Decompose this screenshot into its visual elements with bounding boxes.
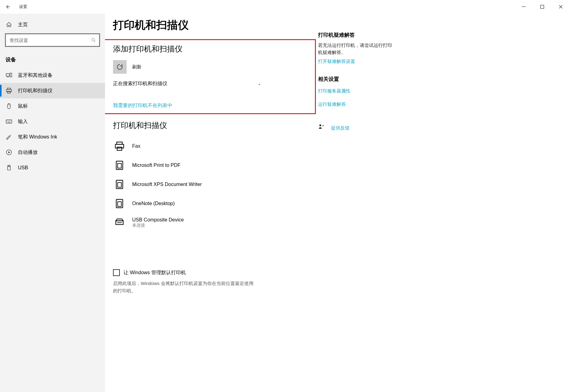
- default-printer-helptext: 启用此项后，Windows 会将默认打印机设置为你在当前位置最近使用的打印机。: [113, 280, 258, 295]
- printer-item[interactable]: Fax: [113, 137, 309, 156]
- close-button[interactable]: [551, 0, 570, 14]
- printer-not-listed-link[interactable]: 我需要的打印机不在列表中: [113, 102, 172, 109]
- sidebar-item-printers[interactable]: 打印机和扫描仪: [0, 83, 105, 98]
- usb-icon: [6, 164, 12, 171]
- printer-item[interactable]: Microsoft XPS Document Writer: [113, 175, 309, 194]
- rail-troubleshoot-link[interactable]: 打开疑难解答设置: [318, 59, 355, 64]
- printer-status: 未连接: [132, 223, 184, 228]
- svg-rect-4: [10, 73, 12, 77]
- loading-spinner-icon: [259, 84, 260, 85]
- rail-feedback-link[interactable]: 提供反馈: [331, 125, 350, 131]
- svg-rect-3: [6, 74, 10, 76]
- printer-item[interactable]: USB Composite Device 未连接: [113, 213, 309, 232]
- rail-related-link[interactable]: 打印服务器属性: [318, 88, 395, 94]
- svg-rect-9: [6, 120, 12, 123]
- search-input[interactable]: [9, 37, 89, 43]
- svg-rect-11: [8, 165, 10, 167]
- refresh-button[interactable]: [113, 60, 127, 74]
- devices-icon: [6, 72, 12, 79]
- svg-rect-6: [6, 89, 12, 92]
- add-section-title: 添加打印机和扫描仪: [113, 44, 309, 54]
- svg-rect-12: [7, 167, 10, 170]
- printer-name: OneNote (Desktop): [132, 201, 175, 206]
- autoplay-icon: [6, 149, 12, 156]
- rail-feedback-row[interactable]: 提供反馈: [318, 123, 395, 131]
- search-icon: [91, 38, 96, 43]
- sidebar-item-label: USB: [18, 165, 28, 171]
- sidebar-item-typing[interactable]: 输入: [0, 114, 105, 129]
- minimize-icon: [522, 5, 526, 9]
- scanner-icon: [113, 216, 126, 229]
- checkbox-icon[interactable]: [113, 269, 120, 276]
- rail-related-heading: 相关设置: [318, 76, 395, 83]
- back-button[interactable]: [1, 0, 15, 14]
- refresh-icon: [116, 63, 124, 71]
- printer-item[interactable]: OneNote (Desktop): [113, 194, 309, 213]
- sidebar-item-label: 自动播放: [18, 149, 38, 156]
- sidebar-home[interactable]: 主页: [0, 18, 105, 31]
- default-printer-label: 让 Windows 管理默认打印机: [124, 270, 186, 276]
- refresh-label: 刷新: [132, 64, 141, 70]
- window-title: 设置: [19, 4, 27, 10]
- printer-item[interactable]: Microsoft Print to PDF: [113, 156, 309, 175]
- svg-rect-0: [522, 6, 526, 7]
- right-rail: 打印机疑难解答 若无法运行打印机，请尝试运行打印机疑难解答。 打开疑难解答设置 …: [318, 14, 401, 392]
- sidebar-item-label: 蓝牙和其他设备: [18, 72, 52, 79]
- sidebar-home-label: 主页: [18, 22, 28, 28]
- sidebar-item-pen[interactable]: 笔和 Windows Ink: [0, 129, 105, 145]
- svg-point-2: [92, 38, 94, 41]
- searching-status: 正在搜索打印机和扫描仪: [113, 80, 167, 87]
- sidebar-category: 设备: [0, 49, 105, 68]
- svg-rect-19: [118, 183, 121, 187]
- printer-icon: [113, 159, 126, 172]
- search-input-wrap[interactable]: [6, 34, 99, 46]
- svg-rect-1: [541, 5, 544, 9]
- pen-icon: [6, 134, 12, 140]
- svg-rect-21: [118, 202, 121, 206]
- svg-rect-17: [118, 163, 121, 168]
- printers-section-title: 打印机和扫描仪: [113, 120, 309, 130]
- sidebar-item-label: 打印机和扫描仪: [18, 88, 52, 94]
- maximize-button[interactable]: [533, 0, 551, 14]
- printer-icon: [113, 140, 126, 153]
- default-printer-checkbox-row[interactable]: 让 Windows 管理默认打印机: [113, 269, 309, 276]
- printer-icon: [6, 87, 12, 94]
- sidebar: 主页 设备 蓝牙和其他设备: [0, 14, 105, 392]
- close-icon: [559, 5, 563, 9]
- home-icon: [6, 21, 12, 28]
- highlight-annotation: 添加打印机和扫描仪 刷新 正在搜索打印机和扫描仪 我需要的打印机不在列表中: [105, 39, 316, 114]
- svg-rect-15: [117, 147, 122, 151]
- rail-related-link[interactable]: 运行疑难解答: [318, 101, 395, 107]
- printer-name: Microsoft XPS Document Writer: [132, 182, 202, 187]
- sidebar-item-usb[interactable]: USB: [0, 160, 105, 175]
- sidebar-item-label: 鼠标: [18, 103, 28, 109]
- rail-troubleshoot-text: 若无法运行打印机，请尝试运行打印机疑难解答。: [318, 42, 395, 56]
- printer-name: Microsoft Print to PDF: [132, 163, 180, 168]
- mouse-icon: [6, 103, 12, 109]
- sidebar-item-bluetooth[interactable]: 蓝牙和其他设备: [0, 68, 105, 83]
- back-arrow-icon: [5, 4, 11, 10]
- maximize-icon: [540, 5, 544, 9]
- printer-icon: [113, 197, 126, 210]
- svg-rect-14: [115, 144, 124, 148]
- feedback-icon: [318, 123, 325, 130]
- rail-troubleshoot-heading: 打印机疑难解答: [318, 31, 395, 39]
- keyboard-icon: [6, 118, 12, 125]
- printer-icon: [113, 178, 126, 191]
- content: 打印机和扫描仪 添加打印机和扫描仪 刷新 正在搜索打印机和扫描仪 我需要的打印机…: [105, 14, 318, 392]
- sidebar-item-mouse[interactable]: 鼠标: [0, 98, 105, 114]
- printer-name: Fax: [132, 143, 140, 149]
- sidebar-item-autoplay[interactable]: 自动播放: [0, 145, 105, 160]
- minimize-button[interactable]: [514, 0, 533, 14]
- svg-rect-7: [7, 91, 10, 93]
- printer-name: USB Composite Device: [132, 217, 184, 223]
- sidebar-item-label: 笔和 Windows Ink: [18, 134, 57, 140]
- svg-point-23: [319, 124, 321, 126]
- sidebar-item-label: 输入: [18, 118, 28, 125]
- page-title: 打印机和扫描仪: [113, 18, 309, 32]
- titlebar: 设置: [0, 0, 570, 14]
